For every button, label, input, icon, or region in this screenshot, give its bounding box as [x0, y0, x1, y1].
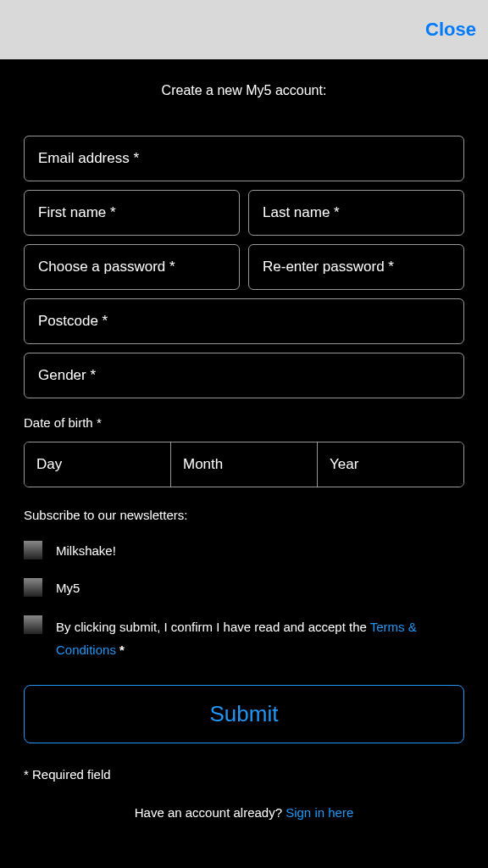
- dob-day[interactable]: Day: [25, 442, 171, 487]
- checkbox-label: My5: [56, 581, 80, 595]
- checkbox-milkshake[interactable]: [24, 541, 42, 559]
- signin-prefix: Have an account already?: [135, 805, 286, 820]
- terms-row: By clicking submit, I confirm I have rea…: [24, 615, 464, 661]
- password-field[interactable]: [24, 244, 240, 290]
- newsletter-item-my5: My5: [24, 578, 464, 597]
- header: Close: [0, 0, 488, 59]
- gender-field[interactable]: [24, 353, 464, 398]
- dob-row: Day Month Year: [24, 442, 464, 487]
- form-content: Create a new My5 account: Date of birth …: [0, 59, 488, 837]
- signin-row: Have an account already? Sign in here: [24, 805, 464, 820]
- dob-year[interactable]: Year: [318, 442, 463, 487]
- signin-link[interactable]: Sign in here: [286, 805, 353, 820]
- dob-label: Date of birth *: [24, 415, 464, 430]
- page-title: Create a new My5 account:: [24, 83, 464, 98]
- checkbox-my5[interactable]: [24, 578, 42, 597]
- password-confirm-field[interactable]: [248, 244, 464, 290]
- postcode-field[interactable]: [24, 298, 464, 344]
- email-field[interactable]: [24, 136, 464, 181]
- terms-asterisk: *: [116, 643, 125, 657]
- newsletter-item-milkshake: Milkshake!: [24, 541, 464, 559]
- checkbox-terms[interactable]: [24, 615, 42, 634]
- dob-month[interactable]: Month: [171, 442, 318, 487]
- required-note: * Required field: [24, 767, 464, 782]
- newsletter-label: Subscribe to our newsletters:: [24, 508, 464, 522]
- checkbox-label: Milkshake!: [56, 543, 116, 558]
- terms-text: By clicking submit, I confirm I have rea…: [56, 615, 464, 661]
- submit-button[interactable]: Submit: [24, 685, 464, 743]
- terms-prefix: By clicking submit, I confirm I have rea…: [56, 620, 370, 634]
- close-button[interactable]: Close: [425, 19, 476, 41]
- last-name-field[interactable]: [248, 190, 464, 236]
- first-name-field[interactable]: [24, 190, 240, 236]
